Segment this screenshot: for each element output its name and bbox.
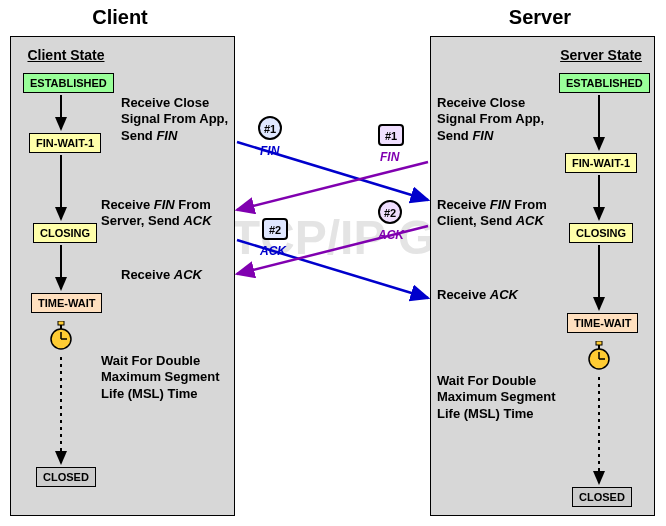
msg-label-client-fin: FIN: [260, 144, 279, 158]
svg-line-19: [237, 162, 428, 210]
msg-badge-client-fin: #1: [258, 116, 282, 140]
msg-badge-server-fin: #1: [378, 124, 404, 146]
msg-label-client-ack: ACK: [260, 244, 286, 258]
msg-label-server-fin: FIN: [380, 150, 399, 164]
msg-badge-client-ack: #2: [262, 218, 288, 240]
msg-badge-server-ack: #2: [378, 200, 402, 224]
message-lines: [0, 0, 666, 526]
msg-label-server-ack: ACK: [378, 228, 404, 242]
